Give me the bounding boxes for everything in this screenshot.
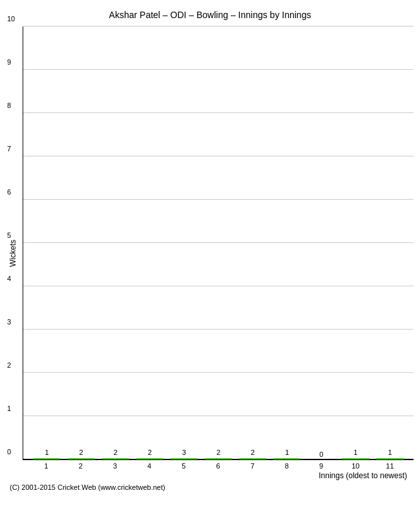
bar-group-3: 2	[98, 458, 132, 459]
chart-title: Akshar Patel – ODI – Bowling – Innings b…	[109, 10, 311, 20]
bar-5: 3	[171, 458, 198, 459]
bar-value-label-6: 2	[205, 448, 231, 456]
bar-4: 2	[136, 458, 163, 459]
bar-8: 1	[273, 458, 300, 459]
y-tick-label-2: 2	[7, 361, 11, 369]
x-tick-label-5: 5	[167, 460, 201, 470]
footer-text: (C) 2001-2015 Cricket Web (www.cricketwe…	[6, 483, 414, 491]
y-tick-label-7: 7	[7, 145, 11, 153]
x-tick-label-2: 2	[63, 460, 98, 470]
bar-value-label-10: 1	[342, 448, 368, 456]
y-tick-label-3: 3	[7, 318, 11, 326]
plot-area: 01234567891012223221011 1234567891011 In…	[23, 26, 414, 480]
bar-10: 1	[342, 458, 369, 459]
bar-group-4: 2	[132, 458, 167, 459]
x-tick-label-1: 1	[29, 460, 63, 470]
y-tick-label-10: 10	[7, 15, 15, 23]
bar-zero-label-9: 0	[319, 450, 323, 458]
y-tick-label-0: 0	[7, 448, 11, 456]
x-tick-label-8: 8	[269, 460, 304, 470]
bar-6: 2	[205, 458, 232, 459]
bar-value-label-7: 2	[240, 448, 266, 456]
y-tick-label-5: 5	[7, 231, 11, 239]
x-tick-label-4: 4	[132, 460, 167, 470]
bar-1: 1	[33, 458, 60, 459]
x-tick-label-10: 10	[339, 460, 373, 470]
x-axis-title: Innings (oldest to newest)	[23, 471, 414, 480]
grid-and-bars: 01234567891012223221011	[23, 26, 414, 460]
y-tick-label-8: 8	[7, 101, 11, 109]
y-tick-label-1: 1	[7, 405, 11, 412]
y-tick-label-4: 4	[7, 275, 11, 282]
x-tick-label-11: 11	[373, 460, 407, 470]
bar-group-6: 2	[201, 458, 235, 459]
bar-group-10: 1	[339, 458, 373, 459]
bar-group-7: 2	[236, 458, 270, 459]
x-tick-label-3: 3	[98, 460, 132, 470]
bar-group-9: 0	[304, 450, 339, 459]
bar-group-2: 2	[64, 458, 98, 459]
y-tick-label-9: 9	[7, 58, 11, 66]
bars-container: 12223221011	[23, 26, 414, 459]
x-tick-label-6: 6	[201, 460, 235, 470]
bar-value-label-2: 2	[68, 448, 94, 456]
chart-container: Akshar Patel – ODI – Bowling – Innings b…	[0, 0, 420, 517]
x-tick-label-9: 9	[304, 460, 339, 470]
bar-group-11: 1	[373, 458, 407, 459]
bar-value-label-4: 2	[137, 448, 163, 456]
bar-value-label-5: 3	[171, 448, 197, 456]
bar-value-label-1: 1	[34, 448, 59, 456]
bar-group-8: 1	[270, 458, 304, 459]
chart-area: Wickets 01234567891012223221011 12345678…	[6, 26, 414, 480]
bar-7: 2	[239, 458, 266, 459]
bar-3: 2	[102, 458, 129, 459]
bar-11: 1	[376, 458, 403, 459]
bar-value-label-11: 1	[377, 448, 403, 456]
bar-group-5: 3	[167, 458, 201, 459]
bar-value-label-8: 1	[274, 448, 300, 456]
x-tick-label-7: 7	[235, 460, 269, 470]
bar-group-1: 1	[30, 458, 64, 459]
x-axis-labels: 1234567891011	[23, 460, 414, 470]
bar-2: 2	[67, 458, 94, 459]
y-tick-label-6: 6	[7, 188, 11, 196]
bar-value-label-3: 2	[103, 448, 129, 456]
